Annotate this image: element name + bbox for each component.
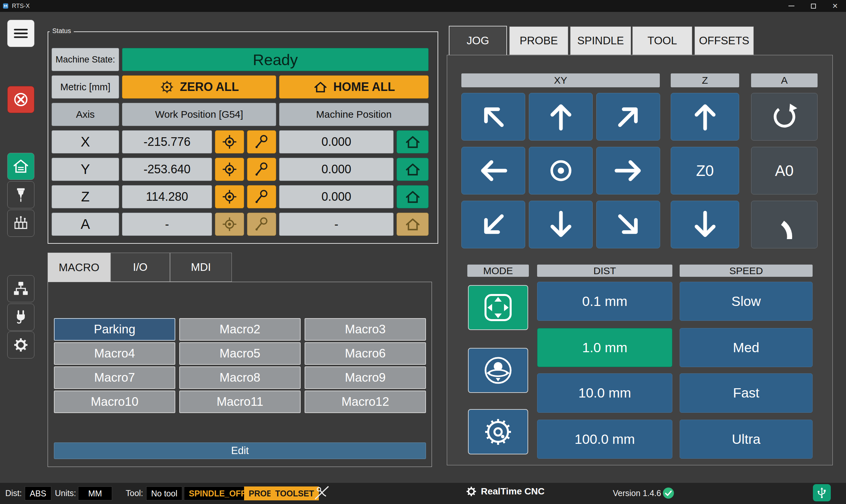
macro-button-grid: Parking Macro2 Macro3 Macro4 Macro5 Macr… [54, 318, 426, 413]
home-icon [313, 79, 328, 94]
jog-a-cw-button[interactable] [751, 93, 817, 141]
speed-fast-button[interactable]: Fast [680, 373, 813, 413]
speed-slow-button[interactable]: Slow [680, 282, 813, 321]
arrow-down-icon [545, 209, 577, 240]
dist-10.0mm-button[interactable]: 10.0 mm [537, 373, 672, 413]
probe-icon [253, 216, 270, 233]
tab-offsets[interactable]: OFFSETS [695, 26, 754, 55]
goto-a0-button[interactable]: A0 [751, 147, 817, 195]
macro-button-11[interactable]: Macro11 [179, 391, 301, 413]
dist-0.1mm-button[interactable]: 0.1 mm [537, 282, 672, 321]
spindle-screen-button[interactable] [7, 181, 34, 208]
maximize-button[interactable] [802, 0, 824, 12]
macro-button-3[interactable]: Macro3 [305, 318, 426, 341]
jog-x-neg-button[interactable] [461, 147, 525, 195]
application-window: RTS-X × Status Machine State: Ready Metr… [0, 0, 846, 504]
probe-icon [253, 161, 270, 178]
jog-a-ccw-button[interactable] [751, 201, 817, 248]
jog-y-pos-button[interactable] [529, 93, 593, 141]
dist-label: Dist: [5, 488, 22, 498]
macro-button-5[interactable]: Macro5 [179, 342, 301, 365]
machine-position-y: 0.000 [279, 158, 394, 181]
usb-device-button[interactable] [813, 484, 831, 501]
zero-x-button[interactable] [215, 130, 244, 154]
macro-button-2[interactable]: Macro2 [179, 318, 301, 341]
home-screen-button[interactable] [7, 153, 34, 180]
tab-mdi[interactable]: MDI [170, 253, 232, 282]
speed-med-button[interactable]: Med [680, 328, 813, 367]
tab-macro[interactable]: MACRO [48, 253, 110, 282]
macro-button-10[interactable]: Macro10 [54, 391, 175, 413]
zero-z-button[interactable] [215, 185, 244, 208]
zero-all-button[interactable]: ZERO ALL [122, 75, 276, 98]
trackball-icon [482, 355, 514, 386]
rotate-counterclockwise-icon [770, 210, 799, 239]
tab-jog[interactable]: JOG [449, 26, 507, 55]
jog-y-neg-button[interactable] [529, 201, 593, 248]
a-axis-header: A [751, 73, 817, 87]
units-mode-button[interactable]: Metric [mm] [52, 75, 119, 98]
dist-100.0mm-button[interactable]: 100.0 mm [537, 420, 672, 459]
brand-text: RealTime CNC [481, 486, 544, 497]
mode-handwheel-button[interactable] [468, 409, 528, 454]
mode-step-jog-button[interactable] [468, 285, 528, 330]
column-header-axis: Axis [52, 103, 119, 126]
jog-z-pos-button[interactable] [671, 93, 739, 141]
macro-button-12[interactable]: Macro12 [305, 391, 426, 413]
jog-x-pos-button[interactable] [596, 147, 660, 195]
version-check-icon [662, 486, 675, 500]
xy-jog-grid [461, 93, 660, 248]
version-text: Version 1.4.6 [613, 488, 661, 498]
machine-position-x: 0.000 [279, 130, 394, 154]
home-icon [404, 188, 421, 205]
jog-x-pos-y-neg-button[interactable] [596, 201, 660, 248]
speed-ultra-button[interactable]: Ultra [680, 420, 813, 459]
toolset-toggle[interactable]: TOOLSET [271, 486, 319, 500]
tab-tool[interactable]: TOOL [632, 26, 692, 55]
tab-io[interactable]: I/O [110, 253, 170, 282]
probe-y-button[interactable] [247, 158, 276, 181]
minimize-icon [789, 6, 794, 6]
work-position-y: -253.640 [122, 158, 212, 181]
tab-probe[interactable]: PROBE [509, 26, 568, 55]
macro-button-6[interactable]: Macro6 [305, 342, 426, 365]
home-y-button[interactable] [397, 158, 429, 181]
jog-x-pos-y-pos-button[interactable] [596, 93, 660, 141]
macro-button-4[interactable]: Macro4 [54, 342, 175, 365]
settings-button[interactable] [7, 331, 34, 359]
dist-1.0mm-button[interactable]: 1.0 mm [537, 328, 672, 367]
goto-z0-button[interactable]: Z0 [671, 147, 739, 195]
macro-button-parking[interactable]: Parking [54, 318, 175, 341]
menu-button[interactable] [7, 20, 34, 47]
macro-button-8[interactable]: Macro8 [179, 366, 301, 389]
axis-y-label: Y [52, 158, 119, 181]
macro-edit-button[interactable]: Edit [54, 443, 426, 459]
titlebar: RTS-X × [0, 0, 846, 12]
jog-x-neg-y-neg-button[interactable] [461, 201, 525, 248]
tab-spindle[interactable]: SPINDLE [570, 26, 631, 55]
minimize-button[interactable] [780, 0, 802, 12]
app-icon [3, 3, 8, 9]
zero-y-button[interactable] [215, 158, 244, 181]
home-all-button[interactable]: HOME ALL [279, 75, 429, 98]
home-z-button[interactable] [397, 185, 429, 208]
macro-button-7[interactable]: Macro7 [54, 366, 175, 389]
home-x-button[interactable] [397, 130, 429, 154]
probe-icon [253, 133, 270, 150]
tool-rack-button[interactable] [7, 210, 34, 237]
jog-z-neg-button[interactable] [671, 201, 739, 248]
macro-button-9[interactable]: Macro9 [305, 366, 426, 389]
probe-x-button[interactable] [247, 130, 276, 154]
spindle-status-indicator: SPINDLE_OFF [184, 486, 251, 500]
brand-gear-icon [466, 486, 477, 497]
jog-x-neg-y-pos-button[interactable] [461, 93, 525, 141]
probe-connector-button[interactable] [7, 304, 34, 331]
jog-xy-center-button[interactable] [529, 147, 593, 195]
close-button[interactable]: × [824, 0, 846, 12]
network-button[interactable] [7, 275, 34, 302]
probe-z-button[interactable] [247, 185, 276, 208]
work-position-x: -215.776 [122, 130, 212, 154]
home-icon [404, 161, 421, 178]
mode-continuous-jog-button[interactable] [468, 348, 528, 393]
emergency-stop-button[interactable] [7, 86, 34, 113]
